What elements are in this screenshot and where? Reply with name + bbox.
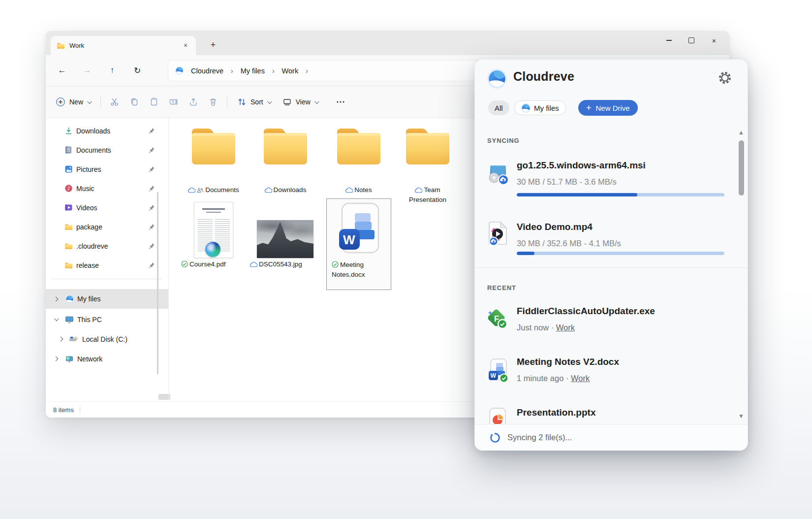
file-label: Meeting Notes.docx xyxy=(332,260,386,279)
sync-file-name: Video Demo.mp4 xyxy=(517,222,593,232)
gear-icon xyxy=(718,71,732,85)
close-button[interactable]: × xyxy=(703,33,725,48)
sidebar-item-music[interactable]: ♪ Music xyxy=(46,179,168,198)
sort-button[interactable]: Sort xyxy=(231,94,277,110)
folder-icon xyxy=(64,223,73,231)
toolbar-separator xyxy=(227,96,227,108)
folder-icon xyxy=(64,261,73,270)
progress-bar xyxy=(517,252,724,255)
paste-icon xyxy=(149,97,159,107)
work-location-link[interactable]: Work xyxy=(571,374,590,383)
view-button-label: View xyxy=(296,98,311,106)
delete-button[interactable] xyxy=(203,93,223,111)
plus-circle-icon xyxy=(56,97,65,107)
sidebar-item-my-files[interactable]: My files xyxy=(46,289,168,309)
sidebar-item-label: Local Disk (C:) xyxy=(82,335,127,343)
network-icon xyxy=(65,355,74,363)
share-button[interactable] xyxy=(184,93,203,111)
sidebar-item-label: Pictures xyxy=(76,165,101,173)
items-count: 8 items xyxy=(53,406,74,414)
folder-icon xyxy=(402,126,453,169)
chevron-down-icon[interactable] xyxy=(52,316,60,324)
minimize-icon xyxy=(666,40,672,40)
file-tile-meeting-notes-docx[interactable]: W Meeting Notes.docx xyxy=(326,198,391,290)
sidebar-item-documents[interactable]: Documents xyxy=(46,140,168,160)
folder-tile-team-presentation[interactable]: Team Presentation xyxy=(398,126,457,171)
tab-strip: Work × + × xyxy=(46,31,729,55)
folder-icon xyxy=(333,126,384,169)
rename-button[interactable]: A xyxy=(164,93,184,111)
filter-my-files[interactable]: My files xyxy=(514,100,566,115)
new-tab-button[interactable]: + xyxy=(207,39,219,52)
breadcrumb-item-work[interactable]: Work xyxy=(282,67,299,75)
forward-button[interactable]: → xyxy=(78,62,96,79)
sidebar-scrollbar[interactable] xyxy=(157,192,158,374)
chevron-down-icon xyxy=(314,99,319,104)
close-icon: × xyxy=(712,37,717,44)
sidebar-item-package[interactable]: package xyxy=(46,217,168,236)
copy-button[interactable] xyxy=(125,93,144,111)
trash-icon xyxy=(208,97,218,107)
sidebar-item-release[interactable]: release xyxy=(46,256,168,275)
sidebar-item-videos[interactable]: Videos xyxy=(46,198,168,217)
chevron-right-icon[interactable] xyxy=(52,295,60,303)
sync-file-name: go1.25.5.windows-arm64.msi xyxy=(517,160,646,171)
scroll-down-icon[interactable]: ▼ xyxy=(737,413,745,420)
settings-button[interactable] xyxy=(718,71,732,85)
new-button[interactable]: New xyxy=(50,93,96,111)
file-tile-dsc05543-jpg[interactable]: DSC05543.jpg xyxy=(253,198,318,287)
cloud-status-icon xyxy=(345,187,353,195)
cut-button[interactable] xyxy=(105,93,125,111)
up-button[interactable]: ↑ xyxy=(103,62,122,79)
documents-icon xyxy=(64,146,73,155)
pictures-icon xyxy=(64,165,73,174)
panel-title: Cloudreve xyxy=(513,69,574,84)
chevron-right-icon[interactable] xyxy=(52,355,60,363)
panel-footer: Syncing 2 file(s)... xyxy=(475,424,748,451)
cloudreve-sync-panel: Cloudreve All My files + New Drive SYNCI… xyxy=(474,59,748,451)
chevron-right-icon[interactable] xyxy=(57,335,64,343)
filter-all[interactable]: All xyxy=(488,100,509,115)
paste-button[interactable] xyxy=(144,93,164,111)
maximize-button[interactable] xyxy=(680,33,703,48)
sidebar-item-network[interactable]: Network xyxy=(46,349,168,368)
tab-work[interactable]: Work × xyxy=(51,36,196,55)
sidebar-item-cloudreve-folder[interactable]: .cloudreve xyxy=(46,236,168,256)
synced-check-icon xyxy=(181,260,188,270)
pin-icon xyxy=(148,204,156,212)
file-tile-course4-pdf[interactable]: Course4.pdf xyxy=(181,198,246,287)
folder-tile-downloads[interactable]: Downloads xyxy=(250,126,321,171)
sidebar-item-downloads[interactable]: Downloads xyxy=(46,121,168,140)
breadcrumb-item-my-files[interactable]: My files xyxy=(241,67,265,75)
breadcrumb-item-cloudreve[interactable]: Cloudreve xyxy=(191,67,223,75)
cloud-status-icon xyxy=(415,187,422,195)
rename-icon: A xyxy=(169,97,179,107)
installer-file-icon xyxy=(487,163,509,186)
tab-close-icon[interactable]: × xyxy=(181,41,190,50)
more-options-button[interactable] xyxy=(331,93,350,111)
sidebar-item-local-disk-c[interactable]: Local Disk (C:) xyxy=(46,329,168,349)
sync-refresh-icon xyxy=(490,432,500,443)
work-location-link[interactable]: Work xyxy=(556,323,575,332)
recent-file-meta: Just now · Work xyxy=(517,323,575,332)
panel-list: SYNCING go1.25.5.windows-arm64.msi 30 MB… xyxy=(475,114,748,424)
folder-tile-notes[interactable]: Notes xyxy=(323,126,394,171)
share-icon xyxy=(188,97,198,107)
panel-scrollbar-thumb[interactable] xyxy=(739,140,744,195)
sidebar: Downloads Documents Pictures xyxy=(46,118,168,401)
view-icon xyxy=(282,97,292,106)
maximize-icon xyxy=(688,37,694,43)
sidebar-item-label: My files xyxy=(77,295,100,303)
photo-thumbnail xyxy=(257,220,313,258)
scroll-up-icon[interactable]: ▲ xyxy=(737,129,745,136)
sidebar-item-pictures[interactable]: Pictures xyxy=(46,160,168,179)
sidebar-item-label: Documents xyxy=(76,146,111,154)
minimize-button[interactable] xyxy=(657,33,680,48)
refresh-button[interactable]: ↻ xyxy=(128,62,147,79)
sidebar-item-label: Music xyxy=(76,185,94,193)
folder-icon xyxy=(260,126,311,169)
sidebar-item-this-pc[interactable]: This PC xyxy=(46,310,168,329)
folder-tile-documents[interactable]: Documents xyxy=(178,126,249,171)
back-button[interactable]: ← xyxy=(53,62,71,79)
view-button[interactable]: View xyxy=(277,94,324,110)
